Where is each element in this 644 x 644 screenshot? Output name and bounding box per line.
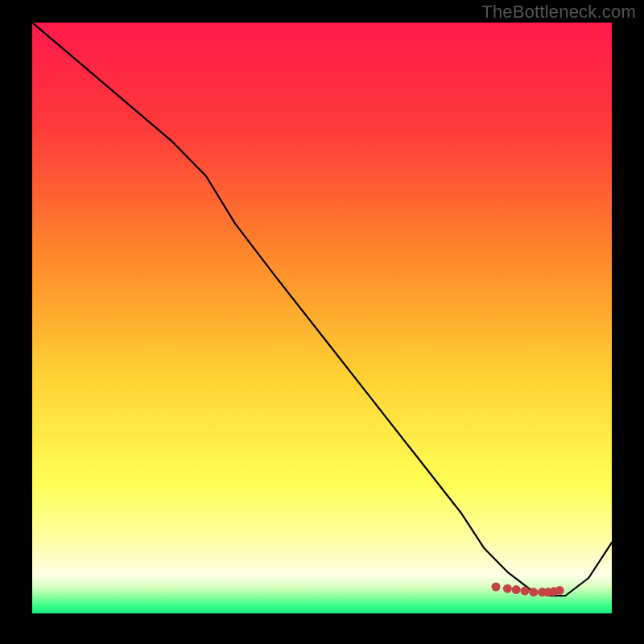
plot-area xyxy=(32,23,612,613)
marker-dot xyxy=(529,588,538,597)
marker-dot xyxy=(555,586,564,595)
watermark-text: TheBottleneck.com xyxy=(481,2,636,23)
marker-dot xyxy=(503,584,512,593)
marker-dot xyxy=(492,583,501,592)
gradient-background xyxy=(32,23,612,613)
marker-dot xyxy=(512,585,521,594)
marker-dot xyxy=(521,587,530,596)
chart-frame: TheBottleneck.com xyxy=(0,0,644,644)
chart-svg xyxy=(32,23,612,613)
